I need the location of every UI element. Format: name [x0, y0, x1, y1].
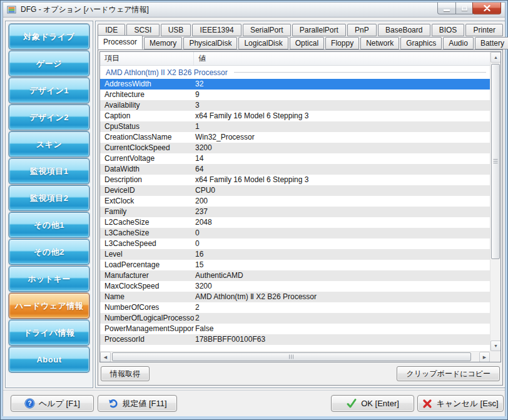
window: DFG - オプション [ハードウェア情報] 対象ドライブ ゲージ デザイン	[0, 0, 508, 420]
copy-clipboard-button[interactable]: クリップボードにコピー	[397, 366, 500, 381]
table-row[interactable]: CurrentClockSpeed 3200	[100, 143, 490, 153]
table-row[interactable]: CurrentVoltage 14	[100, 153, 490, 164]
table-row[interactable]: DeviceID CPU0	[100, 185, 490, 196]
tab[interactable]: Network	[360, 37, 399, 49]
scroll-down-button[interactable]: ▼	[490, 341, 501, 351]
tab[interactable]: Printer	[465, 24, 503, 36]
value-cell: AuthenticAMD	[194, 270, 490, 281]
sidebar-item[interactable]: 監視項目2	[9, 185, 89, 211]
sidebar-item[interactable]: About	[9, 347, 89, 372]
sidebar-item[interactable]: 監視項目1	[9, 158, 89, 184]
column-header-item[interactable]: 項目	[100, 52, 194, 65]
sidebar-item[interactable]: その他1	[9, 212, 89, 238]
scroll-right-button[interactable]: ▶	[479, 352, 490, 362]
tab[interactable]: Audio	[443, 37, 474, 49]
table-row[interactable]: Availability 3	[100, 100, 490, 111]
table-row[interactable]: DataWidth 64	[100, 164, 490, 175]
value-cell: 15	[194, 260, 490, 270]
tab[interactable]: Floppy	[325, 37, 359, 49]
tab[interactable]: PhysicalDisk	[183, 37, 237, 49]
value-cell: 200	[194, 196, 490, 207]
table-row[interactable]: Name AMD Athlon(tm) Ⅱ X2 B26 Processor	[100, 292, 490, 302]
tab-label: ParallelPort	[300, 26, 338, 34]
tab-page-processor: 項目 値 AMD Athlon(tm) II X2 B26 Processor …	[98, 49, 503, 386]
minimize-button[interactable]	[437, 3, 456, 14]
defaults-button[interactable]: 規定値 [F11]	[98, 395, 177, 412]
tab[interactable]: LogicalDisk	[238, 37, 288, 49]
sidebar-item[interactable]: デザイン1	[9, 78, 89, 103]
item-cell: MaxClockSpeed	[100, 281, 194, 292]
listview-rows: AddressWidth 32 Architecture 9	[100, 79, 490, 345]
tab[interactable]: SCSI	[126, 24, 159, 36]
tab[interactable]: ParallelPort	[292, 24, 346, 36]
table-row[interactable]: CreationClassName Win32_Processor	[100, 132, 490, 143]
tab[interactable]: PnP	[347, 24, 377, 36]
close-button[interactable]	[472, 3, 501, 14]
tab[interactable]: IEEE1394	[192, 24, 241, 36]
sidebar-item[interactable]: スキン	[9, 131, 89, 157]
table-row[interactable]: Description x64 Family 16 Model 6 Steppi…	[100, 175, 490, 185]
horizontal-scrollbar-thumb[interactable]	[112, 352, 471, 361]
column-header-value[interactable]: 値	[194, 52, 490, 65]
maximize-button[interactable]	[455, 3, 473, 14]
sidebar-item[interactable]: その他2	[9, 239, 89, 265]
table-row[interactable]: NumberOfLogicalProcessors 2	[100, 313, 490, 324]
close-icon	[484, 5, 490, 11]
vertical-scrollbar[interactable]: ▲ ▼	[490, 52, 500, 351]
tab[interactable]: BIOS	[432, 24, 465, 36]
horizontal-scrollbar[interactable]: ◀ ▶	[100, 351, 490, 362]
tab-label: Audio	[449, 39, 468, 48]
sidebar-item[interactable]: ゲージ	[9, 51, 89, 76]
table-row[interactable]: Family 237	[100, 207, 490, 217]
table-row[interactable]: Architecture 9	[100, 90, 490, 100]
table-row[interactable]: PowerManagementSupported False	[100, 324, 490, 334]
sidebar-item[interactable]: ドライバ情報	[9, 320, 89, 346]
scroll-left-button[interactable]: ◀	[100, 352, 111, 362]
table-row[interactable]: AddressWidth 32	[100, 79, 490, 90]
get-info-label: 情報取得	[110, 369, 140, 379]
tab[interactable]: IDE	[98, 24, 125, 36]
ok-button[interactable]: OK [Enter]	[331, 395, 414, 412]
sidebar-item[interactable]: ホットキー	[9, 266, 89, 292]
tab[interactable]: Processor	[98, 35, 143, 49]
sidebar-item-label: ドライバ情報	[23, 327, 74, 339]
table-row[interactable]: Level 16	[100, 249, 490, 260]
sidebar-item[interactable]: ハードウェア情報	[9, 293, 89, 319]
get-info-button[interactable]: 情報取得	[101, 366, 150, 381]
vertical-scrollbar-thumb[interactable]	[491, 64, 500, 259]
tab[interactable]: Memory	[144, 37, 182, 49]
table-row[interactable]: L3CacheSpeed 0	[100, 238, 490, 249]
table-row[interactable]: L3CacheSize 0	[100, 228, 490, 238]
table-row[interactable]: MaxClockSpeed 3200	[100, 281, 490, 292]
tab[interactable]: BaseBoard	[378, 24, 430, 36]
value-cell: x64 Family 16 Model 6 Stepping 3	[194, 175, 490, 185]
tab[interactable]: Graphics	[400, 37, 442, 49]
value-cell: 16	[194, 249, 490, 260]
scroll-up-button[interactable]: ▲	[490, 52, 501, 63]
tab[interactable]: USB	[161, 24, 191, 36]
sidebar-item[interactable]: デザイン2	[9, 105, 89, 130]
table-row[interactable]: NumberOfCores 2	[100, 302, 490, 313]
table-row[interactable]: ProcessorId 178BFBFF00100F63	[100, 334, 490, 345]
value-cell: x64 Family 16 Model 6 Stepping 3	[194, 111, 490, 121]
help-button[interactable]: ? ヘルプ [F1]	[11, 395, 94, 412]
table-row[interactable]: L2CacheSize 2048	[100, 217, 490, 228]
table-row[interactable]: Manufacturer AuthenticAMD	[100, 270, 490, 281]
table-row[interactable]: ExtClock 200	[100, 196, 490, 207]
tab[interactable]: SerialPort	[243, 24, 291, 36]
cancel-button[interactable]: キャンセル [Esc]	[417, 395, 504, 412]
sidebar-item[interactable]: 対象ドライブ	[9, 24, 89, 49]
check-icon	[346, 398, 357, 409]
sidebar-item-label: その他1	[34, 220, 64, 231]
item-cell: Architecture	[100, 90, 194, 100]
value-cell: Win32_Processor	[194, 132, 490, 143]
tab[interactable]: Optical	[290, 37, 324, 49]
item-cell: Name	[100, 292, 194, 302]
sidebar-item-label: デザイン2	[29, 112, 69, 123]
tab[interactable]: Battery	[475, 37, 508, 49]
tab-label: IDE	[105, 26, 118, 34]
item-cell: NumberOfLogicalProcessors	[100, 313, 194, 324]
table-row[interactable]: CpuStatus 1	[100, 121, 490, 132]
table-row[interactable]: LoadPercentage 15	[100, 260, 490, 270]
table-row[interactable]: Caption x64 Family 16 Model 6 Stepping 3	[100, 111, 490, 121]
